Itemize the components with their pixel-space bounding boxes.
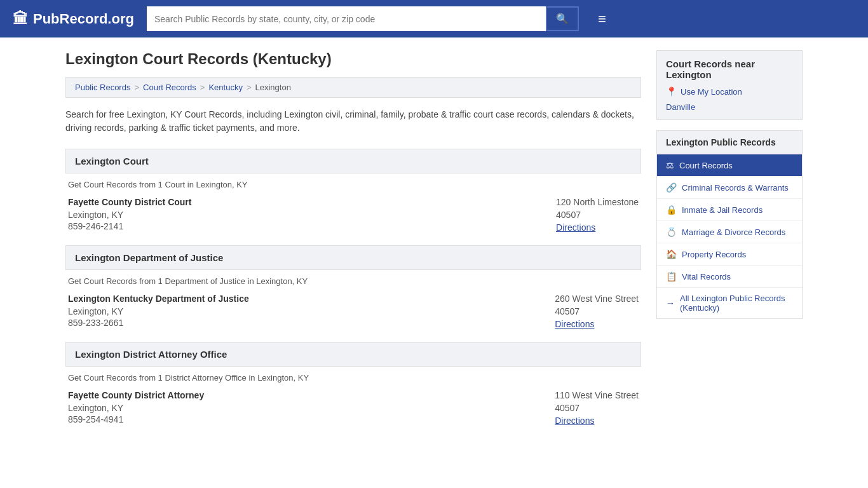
section-sub-da: Get Court Records from 1 District Attorn… [65, 373, 641, 383]
record-left-1: Fayette County District Court Lexington,… [68, 197, 191, 233]
sidebar-near-box: Court Records near Lexington 📍 Use My Lo… [656, 50, 803, 120]
record-zip-1: 40507 [556, 210, 639, 220]
vital-records-icon: 📋 [666, 271, 677, 281]
section-sub-doj: Get Court Records from 1 Department of J… [65, 276, 641, 286]
record-city-1: Lexington, KY [68, 210, 191, 220]
record-phone-2: 859-233-2661 [68, 318, 249, 328]
all-records-icon: → [666, 298, 675, 308]
search-input[interactable] [147, 6, 546, 31]
logo-icon: 🏛 [13, 10, 28, 28]
breadcrumb: Public Records > Court Records > Kentuck… [65, 77, 641, 98]
site-logo[interactable]: 🏛 PubRecord.org [13, 10, 134, 28]
sidebar-near-title: Court Records near Lexington [666, 58, 793, 80]
sidebar-item-label-inmate: Inmate & Jail Records [682, 205, 763, 215]
record-right-3: 110 West Vine Street 40507 Directions [555, 390, 639, 426]
sidebar-item-court-records[interactable]: ⚖ Court Records [657, 154, 802, 177]
sidebar-item-inmate-jail[interactable]: 🔒 Inmate & Jail Records [657, 199, 802, 221]
record-address-3: 110 West Vine Street [555, 390, 639, 400]
nearby-danville[interactable]: Danville [666, 102, 695, 112]
search-button[interactable]: 🔍 [546, 6, 579, 31]
sidebar-item-all-records[interactable]: → All Lexington Public Records (Kentucky… [657, 288, 802, 318]
marriage-divorce-icon: 💍 [666, 227, 677, 237]
sidebar: Court Records near Lexington 📍 Use My Lo… [656, 50, 803, 438]
page-description: Search for free Lexington, KY Court Reco… [65, 108, 641, 135]
record-directions-2: Directions [555, 319, 639, 329]
sidebar-item-label-all: All Lexington Public Records (Kentucky) [680, 294, 793, 313]
location-icon: 📍 [666, 86, 677, 97]
sidebar-item-marriage-divorce[interactable]: 💍 Marriage & Divorce Records [657, 221, 802, 243]
breadcrumb-public-records[interactable]: Public Records [75, 83, 130, 92]
table-row: Fayette County District Attorney Lexingt… [65, 390, 641, 426]
section-header-da: Lexington District Attorney Office [65, 342, 641, 367]
page-title: Lexington Court Records (Kentucky) [65, 50, 641, 68]
breadcrumb-sep-2: > [200, 83, 205, 92]
directions-link-3[interactable]: Directions [555, 416, 594, 426]
section-sub-court: Get Court Records from 1 Court in Lexing… [65, 180, 641, 189]
sidebar-public-records: Lexington Public Records ⚖ Court Records… [656, 130, 803, 319]
record-right-1: 120 North Limestone 40507 Directions [556, 197, 639, 233]
sidebar-item-label-property: Property Records [682, 250, 746, 259]
sidebar-item-property-records[interactable]: 🏠 Property Records [657, 243, 802, 266]
record-address-2: 260 West Vine Street [555, 294, 639, 304]
record-directions-3: Directions [555, 416, 639, 426]
sidebar-item-criminal-records[interactable]: 🔗 Criminal Records & Warrants [657, 177, 802, 199]
table-row: Fayette County District Court Lexington,… [65, 197, 641, 233]
record-city-3: Lexington, KY [68, 403, 204, 413]
record-phone-3: 859-254-4941 [68, 414, 204, 424]
record-right-2: 260 West Vine Street 40507 Directions [555, 294, 639, 329]
directions-link-1[interactable]: Directions [556, 222, 595, 233]
sidebar-item-label-criminal: Criminal Records & Warrants [682, 183, 789, 193]
breadcrumb-kentucky[interactable]: Kentucky [208, 83, 242, 92]
record-phone-1: 859-246-2141 [68, 221, 191, 231]
search-bar: 🔍 [147, 6, 579, 31]
record-city-2: Lexington, KY [68, 306, 249, 316]
breadcrumb-sep-3: > [247, 83, 252, 92]
breadcrumb-sep-1: > [134, 83, 139, 92]
main-content: Lexington Court Records (Kentucky) Publi… [65, 50, 641, 438]
table-row: Lexington Kentucky Department of Justice… [65, 294, 641, 329]
record-address-1: 120 North Limestone [556, 197, 639, 207]
criminal-records-icon: 🔗 [666, 182, 677, 193]
record-name-1: Fayette County District Court [68, 197, 191, 207]
breadcrumb-lexington: Lexington [255, 83, 291, 92]
section-header-doj: Lexington Department of Justice [65, 245, 641, 270]
logo-text: PubRecord.org [33, 11, 134, 27]
record-left-2: Lexington Kentucky Department of Justice… [68, 294, 249, 329]
sidebar-item-label-court: Court Records [679, 161, 733, 170]
sidebar-item-label-marriage: Marriage & Divorce Records [682, 227, 785, 237]
menu-icon[interactable]: ≡ [598, 11, 606, 27]
sidebar-public-records-title: Lexington Public Records [657, 131, 802, 154]
breadcrumb-court-records[interactable]: Court Records [143, 83, 196, 92]
court-records-icon: ⚖ [666, 160, 674, 170]
sidebar-item-vital-records[interactable]: 📋 Vital Records [657, 266, 802, 288]
use-location-label: Use My Location [681, 87, 742, 97]
directions-link-2[interactable]: Directions [555, 319, 594, 329]
record-zip-3: 40507 [555, 403, 639, 413]
record-name-3: Fayette County District Attorney [68, 390, 204, 400]
section-header-court: Lexington Court [65, 149, 641, 173]
property-records-icon: 🏠 [666, 249, 677, 259]
record-left-3: Fayette County District Attorney Lexingt… [68, 390, 204, 426]
record-zip-2: 40507 [555, 306, 639, 316]
record-directions-1: Directions [556, 222, 639, 233]
use-location-button[interactable]: 📍 Use My Location [666, 86, 793, 97]
record-name-2: Lexington Kentucky Department of Justice [68, 294, 249, 304]
sidebar-item-label-vital: Vital Records [682, 272, 731, 281]
inmate-jail-icon: 🔒 [666, 205, 677, 215]
